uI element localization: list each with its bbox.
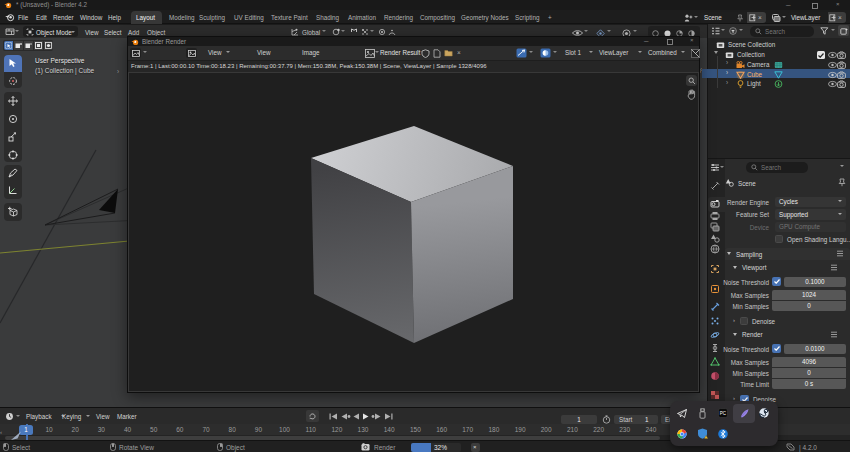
svg-text:PC: PC: [720, 411, 727, 416]
